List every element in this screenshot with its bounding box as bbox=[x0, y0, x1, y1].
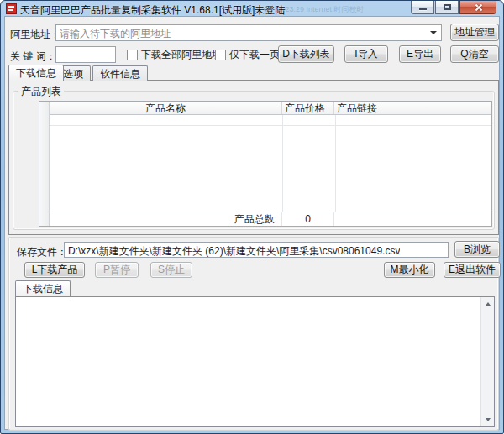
titlebar-watermark: 2016-08-16 23:29 Internet 时间校时 bbox=[244, 4, 365, 15]
save-file-label: 保存文件： bbox=[17, 245, 67, 259]
arrow-down-glyph bbox=[486, 418, 491, 421]
clear-button[interactable]: Q清空 bbox=[450, 45, 499, 63]
ali-address-combobox[interactable]: 请输入待下载的阿里地址 bbox=[55, 24, 442, 41]
checkbox-download-all[interactable]: 下载全部阿里地址 bbox=[127, 48, 222, 62]
table-total-row: 产品总数: 0 bbox=[50, 212, 491, 226]
tab-download-info[interactable]: 下载信息 bbox=[8, 65, 64, 81]
table-row[interactable] bbox=[50, 115, 491, 126]
ali-address-placeholder: 请输入待下载的阿里地址 bbox=[60, 27, 171, 41]
column-separator bbox=[282, 115, 283, 226]
close-icon[interactable] bbox=[459, 1, 496, 14]
checkbox-one-page[interactable]: 仅下载一页 bbox=[215, 48, 280, 62]
caption-buttons bbox=[410, 1, 496, 14]
column-header-product-link[interactable]: 产品链接 bbox=[334, 102, 491, 114]
product-table[interactable]: 产品名称 产品价格 产品链接 产品总数: 0 bbox=[39, 101, 492, 227]
export-button[interactable]: E导出 bbox=[399, 45, 441, 63]
download-product-button[interactable]: L下载产品 bbox=[24, 262, 85, 278]
address-manage-button[interactable]: 地址管理 bbox=[450, 24, 499, 41]
browse-button[interactable]: B浏览 bbox=[454, 241, 500, 258]
checkbox-download-all-label: 下载全部阿里地址 bbox=[141, 48, 222, 62]
app-minimize-button[interactable]: M最小化 bbox=[384, 262, 435, 278]
keyword-label: 关 键 词： bbox=[10, 50, 56, 64]
download-log-area[interactable] bbox=[15, 296, 495, 427]
checkbox-icon bbox=[215, 50, 226, 60]
exit-software-button[interactable]: E退出软件 bbox=[444, 262, 501, 278]
chevron-down-icon bbox=[430, 31, 437, 34]
column-separator bbox=[335, 115, 336, 226]
stop-button: S停止 bbox=[150, 262, 192, 278]
save-file-path: D:\xzx\新建文件夹\新建文件夹 (62)\新建文件夹\阿里采集\csv08… bbox=[68, 244, 400, 259]
save-file-input[interactable]: D:\xzx\新建文件夹\新建文件夹 (62)\新建文件夹\阿里采集\csv08… bbox=[64, 242, 449, 258]
bottom-groupbox: 保存文件： D:\xzx\新建文件夹\新建文件夹 (62)\新建文件夹\阿里采集… bbox=[8, 237, 499, 431]
title-bar[interactable]: 天音阿里巴巴产品批量复制采集软件 V1.68.1[试用版]未登陆 2016-08… bbox=[1, 1, 503, 16]
scroll-down-icon[interactable] bbox=[481, 413, 495, 426]
ali-address-label: 阿里地址： bbox=[10, 28, 60, 42]
scroll-up-icon[interactable] bbox=[481, 297, 495, 311]
minimize-glyph bbox=[419, 8, 427, 10]
product-list-groupbox: 产品列表 产品名称 产品价格 产品链接 产品总数: 0 bbox=[13, 91, 495, 230]
pause-button: P暂停 bbox=[95, 262, 139, 278]
column-header-product-price[interactable]: 产品价格 bbox=[282, 102, 334, 114]
maximize-icon[interactable] bbox=[435, 1, 459, 14]
tab-log-download-info[interactable]: 下载信息 bbox=[15, 280, 71, 296]
table-row-header-column bbox=[39, 102, 50, 226]
combo-dropdown-button[interactable] bbox=[427, 26, 440, 39]
total-value: 0 bbox=[282, 212, 334, 226]
keyword-input[interactable] bbox=[55, 46, 116, 63]
checkbox-icon bbox=[127, 50, 138, 60]
minimize-icon[interactable] bbox=[411, 1, 434, 14]
maximize-glyph bbox=[444, 4, 451, 10]
vertical-scrollbar[interactable] bbox=[480, 297, 494, 426]
total-label: 产品总数: bbox=[50, 212, 282, 226]
app-icon bbox=[6, 3, 17, 14]
download-list-button[interactable]: D下载列表 bbox=[278, 45, 334, 63]
total-filler bbox=[334, 212, 491, 226]
arrow-up-glyph bbox=[486, 302, 491, 306]
app-window: 天音阿里巴巴产品批量复制采集软件 V1.68.1[试用版]未登陆 2016-08… bbox=[0, 0, 504, 434]
window-content: 阿里地址： 请输入待下载的阿里地址 地址管理 关 键 词： 下载全部阿里地址 仅… bbox=[4, 16, 500, 430]
table-header-row: 产品名称 产品价格 产品链接 bbox=[50, 102, 491, 115]
checkbox-one-page-label: 仅下载一页 bbox=[229, 48, 280, 62]
tab-software-info[interactable]: 软件信息 bbox=[92, 65, 148, 81]
import-button[interactable]: I导入 bbox=[344, 45, 388, 63]
column-header-product-name[interactable]: 产品名称 bbox=[50, 102, 282, 114]
product-list-group-title: 产品列表 bbox=[18, 85, 64, 99]
download-info-panel: 产品列表 产品名称 产品价格 产品链接 产品总数: 0 bbox=[8, 80, 499, 235]
